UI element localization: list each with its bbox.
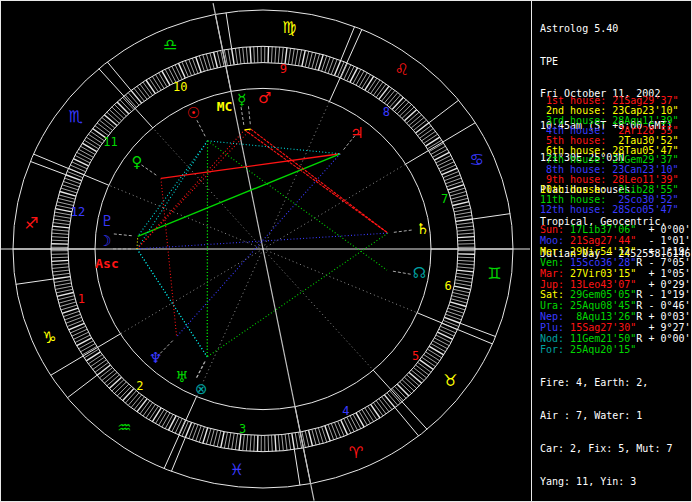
planet-label: Mer: [540,246,570,257]
degree-tick [272,435,273,451]
degree-tick [97,123,110,133]
degree-tick [292,433,295,449]
degree-tick [123,97,134,109]
degree-tick [455,283,472,286]
house-number-12: 12 [71,205,85,219]
degree-tick [434,152,449,160]
degree-tick [159,411,167,425]
degree-tick [338,421,345,436]
degree-tick [359,73,367,87]
degree-tick [152,76,161,90]
degree-tick [368,406,377,420]
degree-tick [347,66,354,81]
degree-tick [102,370,115,381]
planet-position-list: Sun: 17Lib37'06" + 0°00'Moo: 21Sag27'44"… [540,225,691,356]
degree-tick [282,47,284,63]
house-cusp-spoke [99,69,153,128]
degree-tick [452,296,468,300]
house-number-1: 1 [78,292,85,306]
planet-label: Mar: [540,268,570,279]
degree-tick [312,429,316,445]
degree-tick [214,430,218,446]
planet-position-value: 29Gem05'05" [570,289,636,300]
degree-tick [56,289,73,293]
degree-tick [422,131,436,140]
degree-tick [155,74,164,88]
degree-tick [438,332,453,339]
planet-pointer-sun [197,120,206,137]
degree-tick [165,414,173,428]
degree-tick [165,69,173,83]
degree-tick [436,155,451,163]
degree-tick [309,52,313,68]
degree-tick [109,377,121,388]
planet-glyph-saturn: ♄ [416,220,429,238]
degree-tick [455,216,472,219]
sign-glyph-libra: ♎ [163,35,177,54]
info-panel: Astrolog 5.40 TPE Fri October 11, 2002 1… [540,0,690,502]
planet-glyph-mars: ♂ [258,89,271,107]
degree-tick [168,416,176,431]
degree-tick [453,205,470,209]
degree-tick [172,66,179,81]
degree-tick [52,267,69,269]
stats-modes: Car: 2, Fix: 5, Mut: 7 [540,443,672,454]
degree-tick [57,293,74,297]
degree-tick [239,434,241,450]
degree-tick [51,237,68,238]
house-cusp-line [197,249,263,397]
planet-glyph-fortune: ⊗ [195,380,208,398]
planet-label: Nep: [540,311,570,322]
degree-tick [210,429,214,445]
house-number-11: 11 [103,135,117,149]
house-cusp-spoke [406,123,476,164]
sign-boundary [171,438,185,472]
sign-boundary [473,214,511,219]
planet-glyph-venus: ♀ [131,153,142,171]
degree-tick [341,63,348,78]
degree-tick [434,338,449,346]
house-cusp-line [263,101,329,249]
degree-tick [454,209,471,212]
planet-pointer-venus [141,165,157,176]
planet-glyph-moon: ☽ [98,232,111,250]
sign-glyph-cancer: ♋ [469,150,483,169]
degree-tick [443,171,459,177]
degree-tick [221,432,224,448]
degree-tick [217,51,221,67]
degree-tick [400,104,412,116]
house-cusp-value: 28Sco05'47" [612,204,678,215]
degree-tick [456,273,473,275]
degree-tick [250,435,251,451]
sign-boundary [294,449,300,485]
sign-boundary [67,375,97,398]
planet-latitude: - 1°01' [642,235,690,246]
house-cusp-spoke [373,370,427,429]
degree-tick [117,102,129,114]
degree-tick [66,175,82,181]
degree-tick [456,219,473,221]
degree-tick [458,257,475,258]
house-number-10: 10 [173,80,187,94]
degree-tick [420,360,434,370]
degree-tick [185,60,191,75]
planet-position-value: 27Vir03'15" [570,268,636,279]
degree-tick [371,404,380,418]
aspect-line-moon-mercury [137,130,245,249]
degree-tick [341,420,348,435]
degree-tick [384,90,395,103]
planet-glyph-node: ☊ [413,264,426,282]
degree-tick [137,399,147,412]
degree-tick [217,431,221,447]
house-number-7: 7 [441,192,448,206]
degree-tick [452,198,468,202]
panel-divider [531,0,532,502]
degree-tick [278,47,279,63]
planet-pointer-fortune [197,361,206,378]
aspect-line-mercury-saturn [245,130,388,233]
degree-tick [305,51,309,67]
degree-tick [54,216,71,219]
degree-tick [97,365,110,375]
degree-tick [54,280,71,283]
degree-tick [456,277,473,279]
